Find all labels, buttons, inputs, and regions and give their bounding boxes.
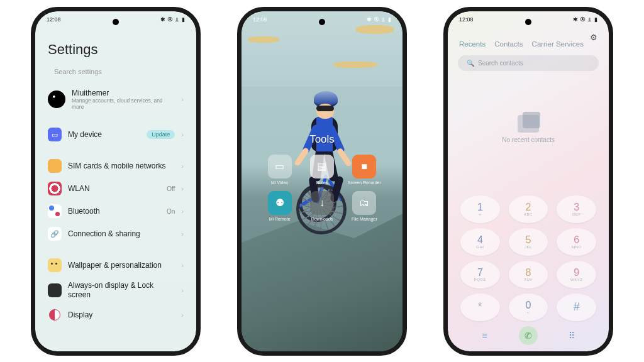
tab-contacts[interactable]: Contacts — [494, 40, 523, 48]
phone-home: 12:08 ✱ ⦿ ⫫ ▮ Tools ▭Mi Video — [237, 7, 407, 356]
bt-status: On — [167, 208, 175, 215]
key-hash[interactable]: # — [557, 293, 596, 321]
search-icon: 🔍 — [467, 60, 474, 67]
status-icons: ✱ ⦿ ⫫ ▮ — [573, 16, 597, 23]
key-4[interactable]: 4GHI — [460, 228, 500, 256]
key-0[interactable]: 0+ — [509, 293, 548, 321]
wlan-row[interactable]: WLAN Off › — [47, 177, 185, 200]
search-input[interactable]: Search settings — [47, 64, 185, 84]
wlan-status: Off — [167, 185, 175, 192]
connection-icon: 🔗 — [48, 227, 62, 241]
folder-title: Tools — [309, 133, 335, 146]
my-device-row[interactable]: ▭ My device Update › — [47, 123, 185, 146]
dial-keypad: 1∞ 2ABC 3DEF 4GHI 5JKL 6MNO 7PQRS 8TUV 9… — [448, 195, 609, 321]
status-icons: ✱ ⦿ ⫫ ▮ — [367, 16, 391, 23]
account-sub: Manage accounts, cloud services, and mor… — [72, 97, 175, 110]
wallpaper-row[interactable]: Wallpaper & personalization › — [47, 254, 185, 277]
camera-cutout — [525, 19, 531, 25]
empty-icon — [518, 115, 539, 133]
sim-icon — [48, 159, 62, 173]
clock: 12:08 — [253, 16, 267, 23]
app-mi-remote[interactable]: ⚉Mi Remote — [262, 191, 297, 221]
app-file-manager[interactable]: 🗂File Manager — [347, 191, 382, 221]
aod-icon — [48, 283, 62, 297]
phone-settings: 12:08 ✱ ⦿ ⫫ ▮ Settings Search settings M… — [31, 7, 201, 356]
settings-icon[interactable]: ⚙ — [590, 33, 597, 42]
display-icon — [48, 308, 62, 322]
key-5[interactable]: 5JKL — [509, 228, 548, 256]
bluetooth-icon — [48, 204, 62, 218]
key-1[interactable]: 1∞ — [460, 195, 500, 223]
chevron-icon: › — [181, 207, 184, 215]
app-mi-video[interactable]: ▭Mi Video — [262, 155, 297, 185]
wlan-icon — [48, 182, 62, 195]
call-button[interactable]: ✆ — [519, 326, 538, 345]
account-row[interactable]: Miuithemer Manage accounts, cloud servic… — [47, 84, 185, 115]
app-downloads[interactable]: ↓Downloads — [304, 191, 339, 221]
chevron-icon: › — [181, 287, 184, 294]
status-icons: ✱ ⦿ ⫫ ▮ — [160, 16, 185, 23]
key-8[interactable]: 8TUV — [509, 261, 548, 288]
chevron-icon: › — [181, 131, 184, 138]
display-row[interactable]: Display › — [47, 304, 185, 326]
tools-folder: ▭Mi Video ▤Notes ■Screen Recorder ⚉Mi Re… — [262, 155, 382, 221]
app-notes[interactable]: ▤Notes — [304, 155, 339, 185]
empty-text: No recent contacts — [502, 136, 554, 143]
clock: 12:08 — [459, 16, 474, 23]
wallpaper-icon — [48, 258, 62, 272]
my-device-label: My device — [68, 130, 140, 139]
update-badge: Update — [147, 130, 175, 139]
camera-cutout — [319, 19, 325, 25]
account-name: Miuithemer — [72, 89, 175, 97]
search-contacts-input[interactable]: 🔍 Search contacts — [458, 55, 599, 71]
key-3[interactable]: 3DEF — [557, 195, 596, 223]
chevron-icon: › — [181, 230, 184, 238]
aod-row[interactable]: Always-on display & Lock screen › — [47, 277, 185, 304]
bluetooth-row[interactable]: Bluetooth On › — [47, 200, 185, 222]
dialer-tabs: Recents Contacts Carrier Services — [448, 31, 609, 53]
chevron-icon: › — [181, 311, 184, 319]
key-2[interactable]: 2ABC — [509, 195, 548, 223]
sim-row[interactable]: SIM cards & mobile networks › — [47, 155, 185, 177]
tab-carrier[interactable]: Carrier Services — [532, 40, 584, 48]
clock: 12:08 — [47, 16, 61, 23]
key-star[interactable]: * — [460, 293, 500, 321]
device-icon: ▭ — [48, 128, 62, 141]
tab-recents[interactable]: Recents — [459, 40, 486, 48]
chevron-icon: › — [181, 162, 184, 170]
chevron-icon: › — [181, 96, 184, 103]
connection-row[interactable]: 🔗 Connection & sharing › — [47, 222, 185, 245]
avatar-icon — [48, 90, 65, 108]
keypad-toggle[interactable]: ⠿ — [562, 326, 581, 345]
key-6[interactable]: 6MNO — [557, 228, 596, 256]
menu-button[interactable]: ≡ — [475, 326, 494, 345]
chevron-icon: › — [181, 185, 184, 192]
phone-dialer: 12:08 ✱ ⦿ ⫫ ▮ ⚙ Recents Contacts Carrier… — [443, 7, 613, 356]
key-9[interactable]: 9WXYZ — [557, 261, 596, 288]
app-screen-recorder[interactable]: ■Screen Recorder — [347, 155, 382, 185]
camera-cutout — [113, 19, 119, 25]
key-7[interactable]: 7PQRS — [460, 261, 500, 288]
dialer-bottom-bar: ≡ ✆ ⠿ — [448, 326, 609, 345]
empty-state: No recent contacts — [448, 115, 609, 143]
page-title: Settings — [48, 41, 185, 58]
chevron-icon: › — [181, 261, 184, 269]
